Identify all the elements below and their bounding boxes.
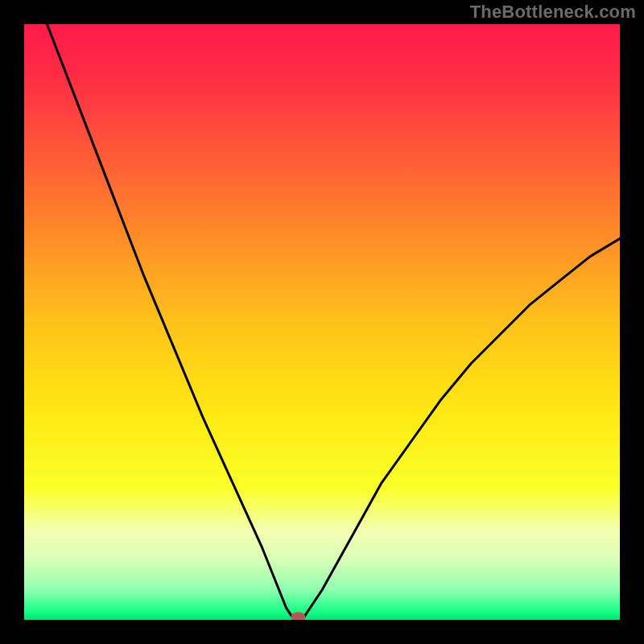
watermark-text: TheBottleneck.com (470, 2, 636, 23)
gradient-background (24, 24, 620, 620)
chart-container: TheBottleneck.com (0, 0, 644, 644)
bottleneck-chart (24, 24, 620, 620)
